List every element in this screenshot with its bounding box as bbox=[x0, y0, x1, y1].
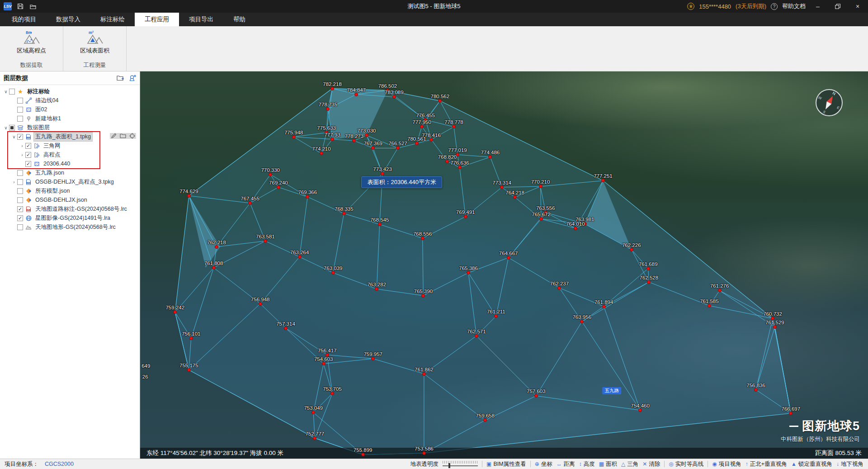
elevation-point-dot bbox=[630, 248, 633, 251]
layer-label[interactable]: 20306.440 bbox=[42, 160, 71, 167]
layer-checkbox[interactable] bbox=[17, 98, 23, 104]
menu-tab-4[interactable]: 项目导出 bbox=[179, 13, 223, 26]
area-elevation-points-button[interactable]: 8m 区域高程点 bbox=[13, 29, 50, 56]
layer-label[interactable]: 数据图层 bbox=[26, 123, 51, 132]
layer-label[interactable]: 标注标绘 bbox=[26, 87, 51, 96]
layer-checkbox[interactable] bbox=[25, 161, 31, 167]
status-button-under[interactable]: ↓地下视角 bbox=[836, 460, 863, 468]
lrc-icon: LRC bbox=[25, 206, 32, 212]
layer-checkbox[interactable] bbox=[9, 125, 15, 131]
status-button-height[interactable]: ↕高度 bbox=[579, 460, 595, 468]
layer-tree-row-8[interactable]: 20306.440 bbox=[0, 159, 140, 168]
slider-handle[interactable] bbox=[448, 463, 450, 468]
expander-closed-icon[interactable]: › bbox=[11, 180, 17, 185]
expander-closed-icon[interactable]: › bbox=[19, 143, 25, 148]
layer-checkbox[interactable] bbox=[25, 152, 31, 158]
layer-tree-row-14[interactable]: 星图影像-GS(2024)1491号.lra bbox=[0, 213, 140, 223]
menu-tab-5[interactable]: 帮助 bbox=[223, 13, 255, 26]
layer-checkbox[interactable] bbox=[17, 116, 23, 122]
account-number[interactable]: 155****4480 bbox=[699, 3, 731, 10]
layer-label[interactable]: 新建地标1 bbox=[34, 114, 62, 123]
compass-widget[interactable]: N E S W bbox=[815, 89, 843, 117]
status-button-clear[interactable]: ✕清除 bbox=[642, 460, 660, 468]
layer-label[interactable]: OSGB-DEHLJX_高程点_3.tpkg bbox=[34, 178, 115, 186]
status-button-tri[interactable]: △三角 bbox=[621, 460, 638, 468]
locate-layer-button[interactable] bbox=[129, 133, 135, 139]
menu-bar: 我的项目数据导入标注标绘工程应用项目导出帮助 bbox=[0, 13, 868, 26]
open-project-button[interactable] bbox=[29, 2, 37, 10]
elevation-point-dot bbox=[467, 271, 470, 275]
layer-label[interactable]: 星图影像-GS(2024)1491号.lra bbox=[34, 214, 112, 223]
elevation-point-label: 773.423 bbox=[373, 166, 392, 172]
save-button[interactable] bbox=[16, 2, 24, 10]
layer-checkbox[interactable] bbox=[17, 224, 23, 230]
layer-tree-row-10[interactable]: ›TPKGOSGB-DEHLJX_高程点_3.tpkg bbox=[0, 177, 140, 186]
status-button-proj[interactable]: ◉项目视角 bbox=[712, 460, 741, 468]
elevation-point-label: 778.778 bbox=[444, 119, 463, 125]
area-surface-area-button[interactable]: m² 区域表面积 bbox=[76, 29, 113, 56]
status-button-dist[interactable]: ↔距离 bbox=[557, 460, 575, 468]
layer-checkbox[interactable] bbox=[17, 197, 23, 203]
layer-checkbox[interactable] bbox=[17, 206, 23, 212]
layer-label[interactable]: 五九路_表面积_1.tpkg bbox=[34, 133, 92, 141]
menu-tab-0[interactable]: 我的项目 bbox=[2, 13, 46, 26]
status-button-coord[interactable]: ⊕坐标 bbox=[535, 460, 552, 468]
layer-label[interactable]: 高程点 bbox=[42, 151, 62, 159]
status-button-contour[interactable]: ◎实时等高线 bbox=[669, 460, 703, 468]
crs-value[interactable]: CGCS2000 bbox=[45, 461, 74, 467]
layer-tree-row-11[interactable]: 所有模型.json bbox=[0, 186, 140, 195]
layer-checkbox[interactable] bbox=[25, 143, 31, 149]
status-button-bim[interactable]: ▣BIM属性查看 bbox=[486, 460, 526, 468]
expander-closed-icon[interactable]: › bbox=[19, 152, 25, 157]
layer-label[interactable]: OSGB-DEHLJX.json bbox=[34, 196, 89, 204]
layer-tree-row-2[interactable]: 面02 bbox=[0, 105, 140, 114]
layer-checkbox[interactable] bbox=[17, 170, 23, 176]
layer-tree-row-3[interactable]: 新建地标1 bbox=[0, 114, 140, 123]
layer-checkbox[interactable] bbox=[17, 215, 23, 221]
status-button-lock[interactable]: ▲锁定垂直视角 bbox=[791, 460, 832, 468]
layer-label[interactable]: 描边线04 bbox=[34, 96, 60, 105]
help-doc-link[interactable]: 帮助文档 bbox=[782, 2, 806, 10]
layer-checkbox[interactable] bbox=[9, 89, 15, 95]
menu-tab-2[interactable]: 标注标绘 bbox=[90, 13, 135, 26]
minimize-button[interactable]: – bbox=[810, 0, 826, 13]
status-button-area[interactable]: ▦面积 bbox=[599, 460, 617, 468]
rename-layer-button[interactable] bbox=[111, 133, 117, 139]
layer-label[interactable]: 面02 bbox=[34, 105, 48, 114]
expander-open-icon[interactable]: ∨ bbox=[3, 125, 9, 130]
layer-label[interactable]: 天地图道路标注-GS(2024)0568号.lrc bbox=[34, 205, 128, 213]
layer-tree-row-6[interactable]: ›三角网 bbox=[0, 141, 140, 150]
layer-tree-row-9[interactable]: 五九路.json bbox=[0, 168, 140, 177]
menu-tab-1[interactable]: 数据导入 bbox=[46, 13, 90, 26]
layer-label[interactable]: 天地图地形-GS(2024)0568号.lrc bbox=[34, 223, 117, 232]
terrain-opacity-slider[interactable] bbox=[443, 460, 478, 468]
layer-tree-row-4[interactable]: ∨数据图层 bbox=[0, 123, 140, 132]
layer-label[interactable]: 五九路.json bbox=[34, 169, 66, 177]
layer-tree-row-12[interactable]: OSGB-DEHLJX.json bbox=[0, 195, 140, 204]
layer-tree-row-5[interactable]: ∨TPKG五九路_表面积_1.tpkg bbox=[0, 132, 140, 141]
layer-checkbox[interactable] bbox=[17, 107, 23, 113]
layer-label[interactable]: 所有模型.json bbox=[34, 187, 71, 195]
expander-open-icon[interactable]: ∨ bbox=[3, 89, 9, 94]
restore-button[interactable] bbox=[830, 0, 845, 13]
expander-open-icon[interactable]: ∨ bbox=[11, 134, 17, 139]
elevation-point-label: 769.240 bbox=[269, 180, 288, 185]
add-placemark-button[interactable] bbox=[129, 75, 136, 81]
layer-folder-button[interactable] bbox=[120, 133, 126, 139]
elevation-point-dot bbox=[475, 334, 478, 338]
layer-tree-row-13[interactable]: LRC天地图道路标注-GS(2024)0568号.lrc bbox=[0, 204, 140, 213]
close-button[interactable]: × bbox=[850, 0, 865, 13]
layer-tree-row-1[interactable]: 描边线04 bbox=[0, 96, 140, 105]
menu-tab-3[interactable]: 工程应用 bbox=[135, 13, 179, 26]
coord-icon: ⊕ bbox=[535, 461, 539, 467]
layer-label[interactable]: 三角网 bbox=[42, 142, 62, 150]
status-button-north[interactable]: ↑正北+垂直视角 bbox=[745, 460, 787, 468]
map-3d-viewport[interactable]: 782.218784.847786.502783.089780.562778.7… bbox=[140, 71, 868, 459]
layer-tree-row-0[interactable]: ∨★标注标绘 bbox=[0, 87, 140, 96]
layer-checkbox[interactable] bbox=[17, 134, 23, 140]
layer-checkbox[interactable] bbox=[17, 188, 23, 194]
layer-tree-row-15[interactable]: 天地图地形-GS(2024)0568号.lrc bbox=[0, 223, 140, 232]
layer-checkbox[interactable] bbox=[17, 179, 23, 185]
add-folder-button[interactable] bbox=[117, 75, 124, 81]
layer-tree-row-7[interactable]: ›高程点 bbox=[0, 150, 140, 159]
